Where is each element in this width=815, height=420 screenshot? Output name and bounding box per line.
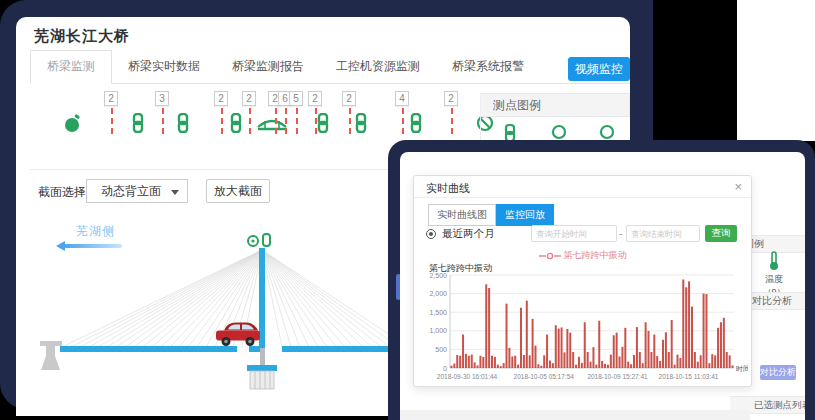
sensor-count-badge: 4 (395, 91, 409, 106)
search-button[interactable]: 查询 (705, 225, 737, 242)
svg-text:0: 0 (443, 365, 447, 372)
svg-text:2,500: 2,500 (429, 272, 447, 279)
video-monitor-button[interactable]: 视频监控 (568, 57, 630, 81)
sensor-dash-line (249, 108, 251, 134)
video-area (653, 0, 737, 140)
background-window (737, 0, 815, 141)
dialog-window-content: 测点图例 温度 （9） 对比分析 对比分析 已选测点列表 实时曲线 × 实时曲线… (400, 152, 805, 420)
sensor-count-badge: 5 (289, 91, 303, 106)
bridge-deck (60, 346, 237, 352)
compare-analysis-button[interactable]: 对比分析 (760, 365, 796, 380)
svg-text:2018-09-30 16:01:44: 2018-09-30 16:01:44 (437, 373, 498, 380)
svg-text:500: 500 (435, 346, 447, 353)
close-icon[interactable]: × (734, 179, 742, 194)
screen: 芜湖长江大桥 桥梁监测桥梁实时数据桥梁监测报告工控机资源监测桥梁系统报警 视频监… (0, 0, 815, 420)
sensor-count-badge: 3 (155, 91, 169, 106)
main-tabs: 桥梁监测桥梁实时数据桥梁监测报告工控机资源监测桥梁系统报警 (30, 55, 630, 84)
temperature-label: 温度 (752, 273, 796, 286)
sensor-dash-line (162, 108, 164, 134)
svg-text:1,000: 1,000 (429, 327, 447, 334)
measure-point-legend-panel: 测点图例 (480, 93, 630, 140)
chain-link-icon[interactable] (409, 113, 423, 137)
sensor-dash-line (296, 108, 298, 134)
chevron-down-icon (171, 190, 179, 195)
footer-band (400, 410, 750, 420)
sensor-count-badge: 2 (342, 91, 356, 106)
svg-text:1,500: 1,500 (429, 309, 447, 316)
section-select-dropdown[interactable]: 动态背立面 (86, 179, 188, 203)
section-divider (30, 169, 390, 170)
gauge-icon (551, 123, 567, 140)
sensor-dash-line (451, 108, 453, 134)
sensor-dash-line (275, 108, 277, 134)
chain-link-icon[interactable] (176, 113, 190, 137)
main-tab-1[interactable]: 桥梁实时数据 (112, 51, 216, 83)
bridge-schematic (36, 231, 416, 416)
main-tab-0[interactable]: 桥梁监测 (30, 50, 112, 84)
chain-link-icon[interactable] (131, 113, 145, 137)
sensor-count-badge: 2 (214, 91, 228, 106)
sensor-count-badge: 2 (308, 91, 322, 106)
sensor-dash-line (285, 108, 287, 134)
main-tab-2[interactable]: 桥梁监测报告 (216, 51, 320, 83)
chart-legend: 第七跨跨中振动 (414, 249, 751, 262)
svg-text:2,000: 2,000 (429, 290, 447, 297)
bridge-pylon (247, 248, 277, 389)
svg-text:2018-10-09 15:27:41: 2018-10-09 15:27:41 (587, 373, 648, 380)
vibration-chart: 05001,0001,5002,0002,5002018-09-30 16:01… (420, 271, 748, 383)
dialog-tabs: 实时曲线图监控回放 (428, 204, 554, 226)
sensor-count-badge: 2 (242, 91, 256, 106)
pylon-sensor-icons[interactable] (248, 234, 270, 246)
recent-two-months-radio[interactable] (426, 229, 436, 239)
sensor-dash-line (402, 108, 404, 134)
dialog-tab-0[interactable]: 实时曲线图 (428, 204, 496, 226)
chain-link-icon[interactable] (316, 113, 330, 137)
main-tab-3[interactable]: 工控机资源监测 (320, 51, 436, 83)
main-tab-4[interactable]: 桥梁系统报警 (436, 51, 540, 83)
legend-marker-icon (539, 252, 561, 260)
query-start-time-input[interactable] (531, 225, 617, 242)
gauge-icon (599, 123, 615, 140)
chain-link-icon[interactable] (229, 113, 243, 137)
bridge-sensor-icon[interactable] (256, 113, 288, 137)
dialog-tab-1[interactable]: 监控回放 (496, 204, 554, 226)
enlarge-section-button[interactable]: 放大截面 (206, 179, 270, 203)
chain-link-icon (503, 123, 517, 140)
page-title: 芜湖长江大桥 (34, 27, 130, 46)
dialog-title: 实时曲线 (426, 181, 470, 196)
sensor-dash-line (349, 108, 351, 134)
dialog-header: 实时曲线 × (414, 176, 751, 198)
bridge-abutment (40, 341, 62, 370)
section-select-value: 动态背立面 (101, 184, 161, 198)
dialog-window: 测点图例 温度 （9） 对比分析 对比分析 已选测点列表 实时曲线 × 实时曲线… (388, 140, 815, 420)
realtime-curve-dialog: 实时曲线 × 实时曲线图监控回放 最近两个月 - 查询 第七跨跨中振动 (413, 175, 752, 387)
range-separator: - (619, 228, 622, 239)
query-end-time-input[interactable] (626, 225, 700, 242)
recent-two-months-label: 最近两个月 (442, 227, 495, 241)
legend-panel-body (481, 117, 630, 140)
stopwatch-icon[interactable] (64, 113, 82, 137)
svg-text:2018-10-05 05:17:54: 2018-10-05 05:17:54 (514, 373, 575, 380)
thermometer-icon (768, 251, 780, 271)
legend-panel-title: 测点图例 (481, 93, 630, 117)
chain-link-icon[interactable] (354, 113, 368, 137)
sensor-count-badge: 2 (444, 91, 458, 106)
legend-series-label: 第七跨跨中振动 (564, 250, 627, 260)
svg-text:2018-10-15 11:03:41: 2018-10-15 11:03:41 (659, 373, 719, 380)
car (216, 323, 260, 347)
sensor-count-badge: 2 (104, 91, 118, 106)
sensor-dash-line (221, 108, 223, 134)
svg-text:时间: 时间 (736, 365, 748, 373)
sensor-dash-line (111, 108, 113, 134)
